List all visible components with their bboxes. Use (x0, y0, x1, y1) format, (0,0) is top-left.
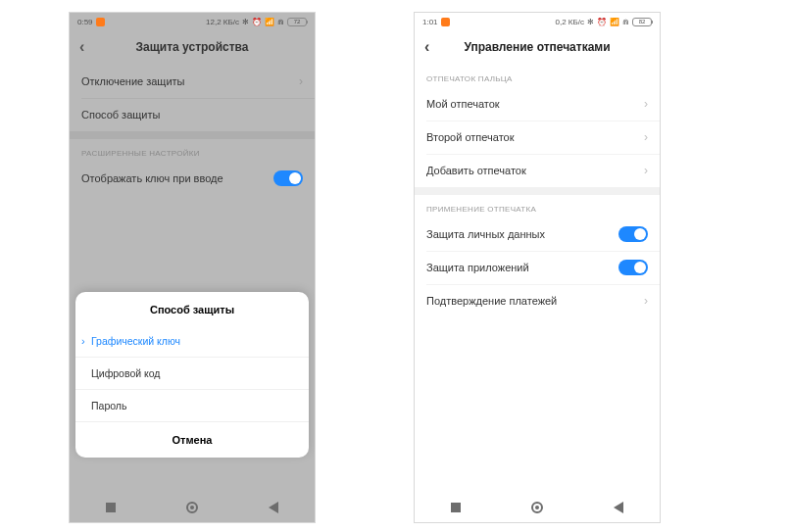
chevron-right-icon: › (644, 130, 648, 144)
row-label: Отключение защиты (81, 75, 185, 87)
nav-bar (415, 493, 660, 522)
sheet-option-pin[interactable]: Цифровой код (75, 357, 309, 389)
nav-bar (70, 493, 315, 522)
chevron-right-icon: › (644, 97, 648, 111)
status-time: 1:01 (422, 18, 438, 26)
option-label: Цифровой код (91, 367, 160, 379)
toggle-show-key[interactable] (273, 170, 303, 186)
row-label: Защита личных данных (426, 228, 545, 240)
content-area: Отключение защиты › Способ защиты РАСШИР… (70, 65, 315, 493)
status-speed: 12,2 КБ/с (206, 18, 239, 26)
screen-header: ‹ Управление отпечатками (415, 29, 660, 65)
notification-dot-icon (96, 18, 105, 26)
cancel-label: Отмена (173, 434, 213, 446)
status-bar: 0:59 12,2 КБ/с ✻ ⏰ 📶 ⋒ 72 (70, 13, 315, 29)
row-app-protection: Защита приложений (415, 251, 660, 284)
sheet-title: Способ защиты (75, 292, 309, 325)
row-privacy-protection: Защита личных данных (415, 218, 660, 251)
method-bottom-sheet: Способ защиты Графический ключ Цифровой … (75, 292, 309, 458)
option-label: Графический ключ (91, 335, 180, 347)
chevron-right-icon: › (644, 294, 648, 308)
row-label: Добавить отпечаток (426, 165, 526, 176)
notification-dot-icon (441, 18, 450, 26)
option-label: Пароль (91, 400, 126, 411)
toggle-apps[interactable] (618, 260, 648, 275)
page-title: Управление отпечатками (464, 40, 610, 54)
page-title: Защита устройства (136, 40, 249, 54)
wifi-icon: ⋒ (622, 18, 629, 26)
chevron-right-icon: › (644, 164, 648, 177)
bluetooth-icon: ✻ (587, 18, 594, 26)
back-button[interactable]: ‹ (424, 38, 429, 56)
signal-icon: 📶 (610, 18, 619, 26)
row-protection-method[interactable]: Способ защиты (70, 98, 315, 131)
status-bar: 1:01 0,2 КБ/с ✻ ⏰ 📶 ⋒ 82 (415, 13, 660, 29)
phone-fingerprints: 1:01 0,2 КБ/с ✻ ⏰ 📶 ⋒ 82 ‹ Управление от… (414, 12, 661, 523)
nav-recent-button[interactable] (449, 501, 463, 514)
sheet-option-password[interactable]: Пароль (75, 389, 309, 421)
nav-home-button[interactable] (530, 501, 544, 514)
row-add-fingerprint[interactable]: Добавить отпечаток › (415, 154, 660, 187)
row-disable-protection[interactable]: Отключение защиты › (70, 65, 315, 98)
status-time: 0:59 (77, 18, 93, 26)
row-payment-confirmation[interactable]: Подтверждение платежей › (415, 284, 660, 317)
alarm-icon: ⏰ (252, 18, 262, 26)
row-label: Подтверждение платежей (426, 295, 557, 307)
section-label-advanced: РАСШИРЕННЫЕ НАСТРОЙКИ (70, 139, 315, 162)
row-label: Способ защиты (81, 109, 160, 121)
battery-icon: 72 (287, 18, 307, 26)
section-divider (415, 187, 660, 195)
content-area: ОТПЕЧАТОК ПАЛЬЦА Мой отпечаток › Второй … (415, 65, 660, 493)
toggle-privacy[interactable] (618, 226, 648, 242)
row-my-fingerprint[interactable]: Мой отпечаток › (415, 87, 660, 121)
row-label: Защита приложений (426, 262, 529, 273)
bluetooth-icon: ✻ (242, 18, 249, 26)
screen-header: ‹ Защита устройства (70, 29, 315, 65)
battery-icon: 82 (632, 18, 652, 26)
row-label: Второй отпечаток (426, 131, 515, 143)
nav-recent-button[interactable] (104, 501, 118, 514)
row-second-fingerprint[interactable]: Второй отпечаток › (415, 121, 660, 154)
nav-home-button[interactable] (185, 501, 199, 514)
status-speed: 0,2 КБ/с (556, 18, 584, 26)
row-show-key: Отображать ключ при вводе (70, 162, 315, 195)
nav-back-button[interactable] (612, 501, 625, 514)
back-button[interactable]: ‹ (79, 38, 84, 56)
row-label: Мой отпечаток (426, 98, 500, 110)
wifi-icon: ⋒ (277, 18, 284, 26)
section-label-fingerprint: ОТПЕЧАТОК ПАЛЬЦА (415, 65, 660, 87)
phone-security: 0:59 12,2 КБ/с ✻ ⏰ 📶 ⋒ 72 ‹ Защита устро… (69, 12, 316, 523)
row-label: Отображать ключ при вводе (81, 172, 223, 184)
section-label-usage: ПРИМЕНЕНИЕ ОТПЕЧАТКА (415, 195, 660, 218)
sheet-cancel-button[interactable]: Отмена (75, 421, 309, 458)
signal-icon: 📶 (265, 18, 274, 26)
nav-back-button[interactable] (267, 501, 280, 514)
alarm-icon: ⏰ (597, 18, 607, 26)
chevron-right-icon: › (299, 74, 303, 88)
sheet-option-pattern[interactable]: Графический ключ (75, 325, 309, 357)
section-divider (70, 131, 315, 139)
